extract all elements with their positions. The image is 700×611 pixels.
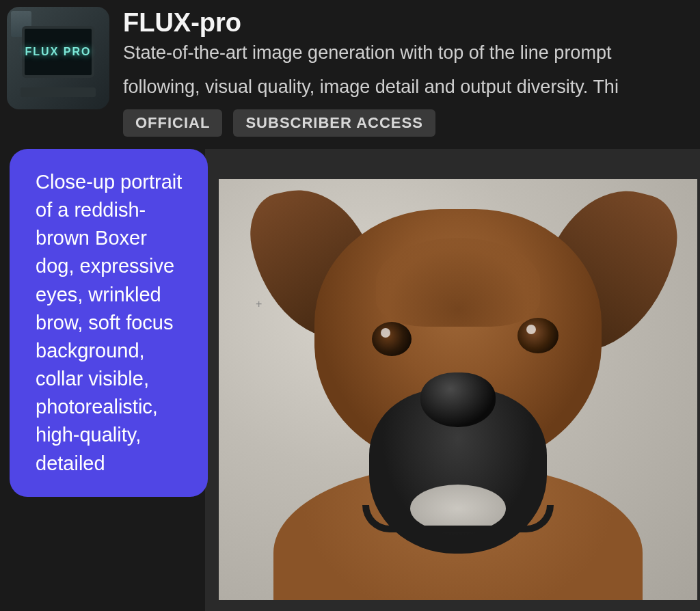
- badge-row: OFFICIAL SUBSCRIBER ACCESS: [123, 109, 693, 137]
- dog-eye-left-shape: [372, 322, 412, 356]
- prompt-text: Close-up portrait of a reddish-brown Box…: [36, 171, 182, 474]
- icon-monitor-base: [21, 87, 96, 97]
- badge-subscriber-access: SUBSCRIBER ACCESS: [233, 109, 435, 137]
- badge-official: OFFICIAL: [123, 109, 222, 137]
- app-description-line2: following, visual quality, image detail …: [123, 74, 693, 99]
- icon-monitor: FLUX PRO: [22, 26, 94, 78]
- content-area: + Close-up portrait of a reddish-brown B…: [0, 149, 700, 497]
- prompt-bubble[interactable]: Close-up portrait of a reddish-brown Box…: [10, 149, 208, 497]
- image-output-panel: +: [205, 149, 700, 611]
- header-info: FLUX-pro State-of-the-art image generati…: [123, 7, 693, 137]
- dog-nose-shape: [420, 372, 496, 427]
- app-icon[interactable]: FLUX PRO: [7, 7, 109, 109]
- dog-brow-shape: [376, 238, 540, 327]
- dog-eye-right-shape: [517, 318, 558, 353]
- app-title: FLUX-pro: [123, 8, 693, 38]
- app-description-line1: State-of-the-art image generation with t…: [123, 40, 693, 65]
- icon-monitor-label: FLUX PRO: [25, 46, 92, 58]
- generated-image[interactable]: +: [219, 179, 697, 600]
- app-header: FLUX PRO FLUX-pro State-of-the-art image…: [0, 0, 700, 137]
- dog-collar-shape: [362, 505, 554, 532]
